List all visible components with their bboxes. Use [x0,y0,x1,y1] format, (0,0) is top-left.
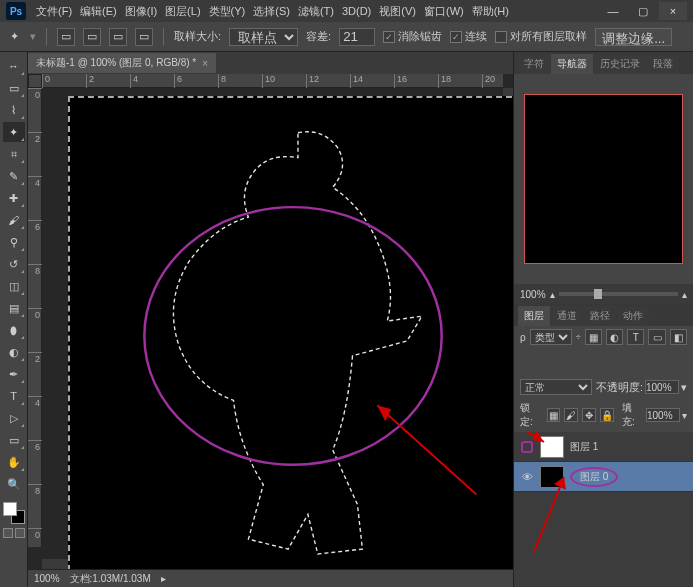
lasso-tool[interactable]: ⌇ [3,100,25,120]
tolerance-input[interactable] [339,28,375,46]
menu-filter[interactable]: 滤镜(T) [298,4,334,19]
tools-panel: ↔ ▭ ⌇ ✦ ⌗ ✎ ✚ 🖌 ⚲ ↺ ◫ ▤ ⬮ ◐ ✒ T ▷ ▭ ✋ 🔍 [0,52,28,587]
lock-transparency-icon[interactable]: ▦ [547,408,561,422]
zoom-slider[interactable] [559,292,678,296]
zoom-tool[interactable]: 🔍 [3,474,25,494]
close-tab-icon[interactable]: × [202,58,208,69]
dodge-tool[interactable]: ◐ [3,342,25,362]
layers-panel: 正常 不透明度: ▾ 锁定: ▦ 🖌 ✥ 🔒 填充: ▾ [514,376,693,587]
layer-filter-select[interactable]: 类型 [530,329,572,345]
tolerance-label: 容差: [306,29,331,44]
eyedropper-tool[interactable]: ✎ [3,166,25,186]
document-tab[interactable]: 未标题-1 @ 100% (图层 0, RGB/8) * × [28,53,216,73]
close-button[interactable]: × [659,2,687,20]
layer-name[interactable]: 图层 0 [570,467,618,487]
menu-help[interactable]: 帮助(H) [472,4,509,19]
move-tool[interactable]: ↔ [3,56,25,76]
zoom-readout[interactable]: 100% [34,573,60,584]
layers-list[interactable]: 图层 1 👁 图层 0 [514,432,693,587]
canvas[interactable] [68,96,513,569]
tab-actions[interactable]: 动作 [617,306,649,326]
tab-channels[interactable]: 通道 [551,306,583,326]
brush-tool[interactable]: 🖌 [3,210,25,230]
filter-pixel-icon[interactable]: ▦ [585,329,602,345]
layer-thumbnail[interactable] [540,436,564,458]
contiguous-checkbox[interactable]: ✓连续 [450,29,487,44]
zoom-value[interactable]: 100% [520,289,546,300]
filter-type-icon[interactable]: T [627,329,644,345]
lock-paint-icon[interactable]: 🖌 [564,408,578,422]
all-layers-label: 对所有图层取样 [510,29,587,44]
titlebar: Ps 文件(F) 编辑(E) 图像(I) 图层(L) 类型(Y) 选择(S) 滤… [0,0,693,22]
zoom-out-icon[interactable]: ▴ [550,289,555,300]
zoom-in-icon[interactable]: ▴ [682,289,687,300]
all-layers-checkbox[interactable]: 对所有图层取样 [495,29,587,44]
magic-wand-icon: ✦ [6,29,22,45]
refine-edge-button[interactable]: 调整边缘... [595,28,672,46]
menu-image[interactable]: 图像(I) [125,4,157,19]
tab-character[interactable]: 字符 [518,54,550,74]
layer-row[interactable]: 图层 1 [514,432,693,462]
canvas-viewport[interactable]: 02468101214161820 02468024680 [28,74,513,569]
menu-type[interactable]: 类型(Y) [209,4,246,19]
navigator-preview[interactable] [524,94,683,264]
shape-tool[interactable]: ▭ [3,430,25,450]
tab-history[interactable]: 历史记录 [594,54,646,74]
menu-window[interactable]: 窗口(W) [424,4,464,19]
menu-3d[interactable]: 3D(D) [342,5,371,17]
selection-intersect-button[interactable]: ▭ [135,28,153,46]
path-select-tool[interactable]: ▷ [3,408,25,428]
menu-edit[interactable]: 编辑(E) [80,4,117,19]
visibility-toggle[interactable]: 👁 [520,470,534,484]
tab-navigator[interactable]: 导航器 [551,54,593,74]
menu-view[interactable]: 视图(V) [379,4,416,19]
layer-thumbnail[interactable] [540,466,564,488]
history-brush-tool[interactable]: ↺ [3,254,25,274]
eraser-tool[interactable]: ◫ [3,276,25,296]
layer-name[interactable]: 图层 1 [570,440,598,454]
filter-smart-icon[interactable]: ◧ [670,329,687,345]
tab-paragraph[interactable]: 段落 [647,54,679,74]
selection-add-button[interactable]: ▭ [83,28,101,46]
pen-tool[interactable]: ✒ [3,364,25,384]
blend-mode-select[interactable]: 正常 [520,379,592,395]
tab-layers[interactable]: 图层 [518,306,550,326]
menu-layer[interactable]: 图层(L) [165,4,200,19]
visibility-toggle[interactable] [520,440,534,454]
tab-paths[interactable]: 路径 [584,306,616,326]
filter-adjust-icon[interactable]: ◐ [606,329,623,345]
selection-new-button[interactable]: ▭ [57,28,75,46]
type-tool[interactable]: T [3,386,25,406]
hand-tool[interactable]: ✋ [3,452,25,472]
opacity-input[interactable] [645,380,679,394]
quick-mask-toggle[interactable] [3,528,25,538]
right-panels: 字符 导航器 历史记录 段落 100% ▴ ▴ 图层 通道 路径 动作 ρ 类型… [513,52,693,587]
marquee-tool[interactable]: ▭ [3,78,25,98]
status-bar: 100% 文档:1.03M/1.03M ▸ [28,569,513,587]
gradient-tool[interactable]: ▤ [3,298,25,318]
sample-size-select[interactable]: 取样点 [229,28,298,46]
color-swatches[interactable] [3,502,25,524]
minimize-button[interactable]: — [599,2,627,20]
healing-tool[interactable]: ✚ [3,188,25,208]
menu-select[interactable]: 选择(S) [253,4,290,19]
lock-all-icon[interactable]: 🔒 [600,408,614,422]
maximize-button[interactable]: ▢ [629,2,657,20]
svg-marker-2 [377,405,391,421]
crop-tool[interactable]: ⌗ [3,144,25,164]
vertical-ruler[interactable]: 02468024680 [28,88,42,547]
horizontal-ruler[interactable]: 02468101214161820 [42,74,503,88]
fill-input[interactable] [646,408,680,422]
foreground-color-swatch[interactable] [3,502,17,516]
layer-row[interactable]: 👁 图层 0 [514,462,693,492]
menu-file[interactable]: 文件(F) [36,4,72,19]
svg-line-1 [377,405,476,494]
ruler-origin[interactable] [28,74,42,88]
stamp-tool[interactable]: ⚲ [3,232,25,252]
blur-tool[interactable]: ⬮ [3,320,25,340]
magic-wand-tool[interactable]: ✦ [3,122,25,142]
filter-shape-icon[interactable]: ▭ [648,329,665,345]
selection-subtract-button[interactable]: ▭ [109,28,127,46]
antialias-checkbox[interactable]: ✓消除锯齿 [383,29,442,44]
lock-position-icon[interactable]: ✥ [582,408,596,422]
